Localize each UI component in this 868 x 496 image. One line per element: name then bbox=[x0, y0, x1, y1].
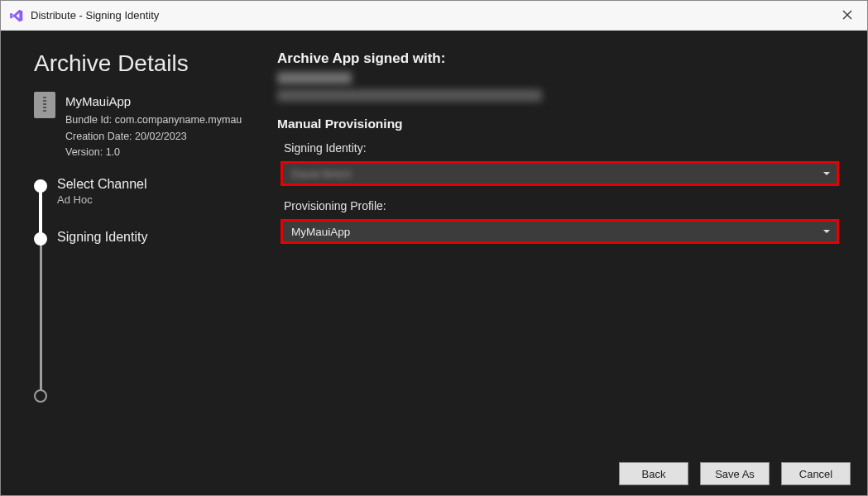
dialog-body: Archive Details MyMauiApp Bundle Id: com… bbox=[1, 31, 867, 495]
signing-identity-dropdown[interactable]: David Britch bbox=[281, 161, 839, 186]
cancel-button[interactable]: Cancel bbox=[781, 462, 851, 485]
manual-provisioning-heading: Manual Provisioning bbox=[277, 117, 839, 131]
step-signing-identity[interactable]: Signing Identity bbox=[34, 230, 267, 387]
distribute-dialog: Distribute - Signing Identity Archive De… bbox=[0, 0, 868, 496]
visual-studio-icon bbox=[9, 8, 24, 23]
signing-identity-value: David Britch bbox=[291, 168, 352, 180]
signed-with-redacted bbox=[277, 72, 839, 102]
back-button[interactable]: Back bbox=[619, 462, 688, 485]
chevron-down-icon bbox=[823, 230, 830, 233]
left-panel: Archive Details MyMauiApp Bundle Id: com… bbox=[34, 50, 267, 452]
provisioning-profile-value: MyMauiApp bbox=[291, 226, 350, 238]
close-icon bbox=[842, 10, 852, 20]
archive-zip-icon bbox=[34, 92, 55, 118]
step-select-channel[interactable]: Select Channel Ad Hoc bbox=[34, 177, 267, 230]
archive-creation-date: Creation Date: 20/02/2023 bbox=[65, 129, 242, 145]
save-as-button[interactable]: Save As bbox=[700, 462, 770, 485]
archive-app-name: MyMauiApp bbox=[65, 92, 242, 111]
signed-with-heading: Archive App signed with: bbox=[277, 50, 839, 67]
chevron-down-icon bbox=[823, 172, 830, 175]
step-subtitle: Ad Hoc bbox=[57, 193, 147, 206]
step-node-icon bbox=[34, 389, 47, 403]
archive-details-heading: Archive Details bbox=[34, 50, 267, 77]
provisioning-profile-dropdown[interactable]: MyMauiApp bbox=[281, 219, 839, 244]
step-title: Signing Identity bbox=[57, 230, 147, 245]
archive-version: Version: 1.0 bbox=[65, 145, 242, 160]
right-panel: Archive App signed with: Manual Provisio… bbox=[267, 50, 839, 452]
step-node-icon bbox=[34, 179, 47, 193]
step-final bbox=[34, 387, 267, 403]
close-button[interactable] bbox=[836, 7, 859, 25]
wizard-steps: Select Channel Ad Hoc Signing Identity bbox=[34, 177, 267, 403]
step-node-icon bbox=[34, 232, 47, 246]
dialog-footer: Back Save As Cancel bbox=[1, 452, 867, 495]
titlebar: Distribute - Signing Identity bbox=[1, 1, 867, 31]
signing-identity-label: Signing Identity: bbox=[284, 141, 839, 155]
archive-app-summary: MyMauiApp Bundle Id: com.companyname.mym… bbox=[34, 92, 267, 160]
provisioning-profile-label: Provisioning Profile: bbox=[284, 199, 839, 212]
step-title: Select Channel bbox=[57, 177, 147, 192]
window-title: Distribute - Signing Identity bbox=[31, 9, 836, 21]
archive-bundle-id: Bundle Id: com.companyname.mymau bbox=[65, 112, 242, 128]
